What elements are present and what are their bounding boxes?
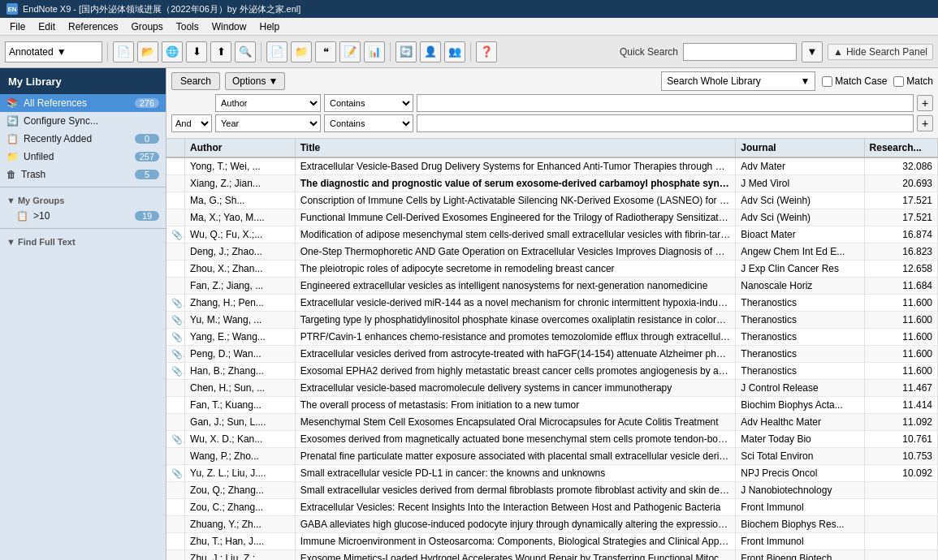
sidebar-my-groups-header[interactable]: ▼ My Groups [0,191,166,207]
toolbar-btn-folder[interactable]: 📁 [291,41,312,62]
table-row[interactable]: 📎Peng, D.; Wan...Extracellular vesicles … [166,346,938,363]
table-row[interactable]: Chen, H.; Sun, ...Extracellular vesicle-… [166,380,938,397]
cell-author: Zhu, J.; Liu, Z.;... [185,550,296,561]
title-text: EndNote X9 - [国内外泌体领域进展（2022年06月）by 外泌体之… [23,3,300,15]
cell-journal: Mater Today Bio [736,431,864,448]
table-row[interactable]: Fan, T.; Kuang...The overall process of … [166,397,938,414]
cell-title: Conscription of Immune Cells by Light-Ac… [295,192,736,209]
table-row[interactable]: 📎Wu, X. D.; Kan...Exosomes derived from … [166,431,938,448]
table-row[interactable]: Zhuang, Y.; Zh...GABA alleviates high gl… [166,516,938,533]
match-checkbox[interactable] [893,76,904,87]
table-row[interactable]: Zhou, X.; Zhan...The pleiotropic roles o… [166,261,938,278]
quick-search-go[interactable]: ▼ [802,41,823,62]
toolbar-btn-group[interactable]: 👥 [444,41,465,62]
table-row[interactable]: Deng, J.; Zhao...One-Step Thermophoretic… [166,243,938,261]
table-row[interactable]: Xiang, Z.; Jian...The diagnostic and pro… [166,175,938,192]
options-button[interactable]: Options ▼ [225,72,285,90]
toolbar-btn-url[interactable]: 🌐 [162,41,183,62]
table-row[interactable]: Zhu, J.; Liu, Z.;...Exosome Mimetics-Loa… [166,550,938,561]
table-row[interactable]: Gan, J.; Sun, L....Mesenchymal Stem Cell… [166,414,938,431]
toolbar-btn-help[interactable]: ❓ [476,41,497,62]
match-case-checkbox-area[interactable]: Match Case [822,75,887,87]
add-row-btn-2[interactable]: + [917,115,933,131]
cell-research [864,550,937,561]
and-or-select-2[interactable]: AndOrNot [171,114,212,132]
menu-file[interactable]: File [3,19,32,34]
menu-groups[interactable]: Groups [124,19,169,34]
sidebar-item-all-references[interactable]: 📚 All References 276 [0,94,166,112]
menu-edit[interactable]: Edit [32,19,62,34]
add-row-btn-1[interactable]: + [917,95,933,111]
cell-title: Small extracellular vesicles derived fro… [295,482,736,499]
cell-journal: Theranostics [736,363,864,380]
whole-library-dropdown[interactable]: Search Whole Library ▼ [661,71,815,91]
table-row[interactable]: Wang, P.; Zho...Prenatal fine particulat… [166,448,938,465]
toolbar-btn-pdf[interactable]: 📄 [266,41,287,62]
sidebar-find-full-text[interactable]: ▼ Find Full Text [0,232,166,248]
search-contains-1[interactable]: ContainsIsBegins with [324,94,413,112]
toolbar-btn-chart[interactable]: 📊 [364,41,385,62]
cell-research: 11.414 [864,397,937,414]
match-case-checkbox[interactable] [822,76,832,87]
style-dropdown[interactable]: Annotated ▼ [5,41,102,62]
recently-added-count: 0 [135,134,159,144]
col-header-author[interactable]: Author [185,139,296,157]
toolbar-btn-sync[interactable]: 🔄 [396,41,417,62]
col-header-title[interactable]: Title [295,139,736,157]
sidebar-item-group-10[interactable]: 📋 >10 19 [0,207,166,225]
table-row[interactable]: 📎Han, B.; Zhang...Exosomal EPHA2 derived… [166,363,938,380]
table-row[interactable]: Ma, X.; Yao, M....Functional Immune Cell… [166,209,938,226]
col-header-clip[interactable] [166,139,185,157]
table-row[interactable]: 📎Yu, M.; Wang, ...Targeting type Iy phos… [166,312,938,329]
all-references-icon: 📚 [6,97,19,109]
search-contains-2[interactable]: ContainsIsBegins with [324,114,413,132]
toolbar-btn-search[interactable]: 🔍 [235,41,256,62]
search-field-1[interactable]: AuthorTitleYearJournal [215,94,321,112]
cell-journal: Front Immunol [736,533,864,550]
match-checkbox-area[interactable]: Match [893,75,933,87]
table-row[interactable]: 📎Yang, E.; Wang...PTRF/Cavin-1 enhances … [166,329,938,346]
toolbar-sep-4 [470,42,471,62]
search-text-2[interactable] [417,114,914,132]
menu-references[interactable]: References [62,19,124,34]
sidebar-item-configure-sync[interactable]: 🔄 Configure Sync... [0,112,166,130]
quick-search-input[interactable] [683,43,797,61]
reference-table-wrapper[interactable]: Author Title Journal Research... Yong, T… [166,139,938,560]
toolbar-btn-open[interactable]: 📂 [137,41,158,62]
menu-window[interactable]: Window [205,19,253,34]
toolbar-btn-word[interactable]: 📝 [339,41,361,62]
toolbar-btn-user[interactable]: 👤 [420,41,441,62]
table-row[interactable]: Zou, Q.; Zhang...Small extracellular ves… [166,482,938,499]
search-button[interactable]: Search [171,72,220,90]
toolbar-btn-upload[interactable]: ⬆ [210,41,231,62]
table-row[interactable]: Zhu, T.; Han, J....Immune Microenvironme… [166,533,938,550]
search-text-1[interactable] [417,94,914,112]
toolbar-btn-new-ref[interactable]: 📄 [113,41,134,62]
menu-tools[interactable]: Tools [170,19,205,34]
cell-clip [166,243,185,261]
col-header-research[interactable]: Research... [864,139,937,157]
group-10-count: 19 [135,211,159,221]
table-row[interactable]: Fan, Z.; Jiang, ...Engineered extracellu… [166,278,938,295]
sidebar-item-recently-added[interactable]: 📋 Recently Added 0 [0,130,166,148]
sidebar-item-unfiled[interactable]: 📁 Unfiled 257 [0,148,166,166]
col-header-journal[interactable]: Journal [736,139,864,157]
group-10-icon: 📋 [16,210,28,222]
search-field-2[interactable]: YearAuthorTitleJournal [215,114,321,132]
table-row[interactable]: Yong, T.; Wei, ...Extracellular Vesicle-… [166,157,938,175]
table-row[interactable]: Zou, C.; Zhang...Extracellular Vesicles:… [166,499,938,516]
toolbar-btn-download[interactable]: ⬇ [186,41,207,62]
table-row[interactable]: 📎Wu, Q.; Fu, X.;...Modification of adipo… [166,226,938,243]
menu-help[interactable]: Help [253,19,286,34]
table-row[interactable]: Ma, G.; Sh...Conscription of Immune Cell… [166,192,938,209]
cell-title: The overall process of metastasis: From … [295,397,736,414]
table-row[interactable]: 📎Zhang, H.; Pen...Extracellular vesicle-… [166,295,938,312]
cell-title: GABA alleviates high glucose-induced pod… [295,516,736,533]
toolbar-btn-quote[interactable]: ❝ [315,41,336,62]
table-row[interactable]: 📎Yu, Z. L.; Liu, J....Small extracellula… [166,465,938,482]
hide-search-button[interactable]: ▲ Hide Search Panel [828,44,933,60]
sidebar-item-trash[interactable]: 🗑 Trash 5 [0,166,166,183]
cell-clip [166,448,185,465]
cell-research: 11.600 [864,346,937,363]
cell-research [864,499,937,516]
